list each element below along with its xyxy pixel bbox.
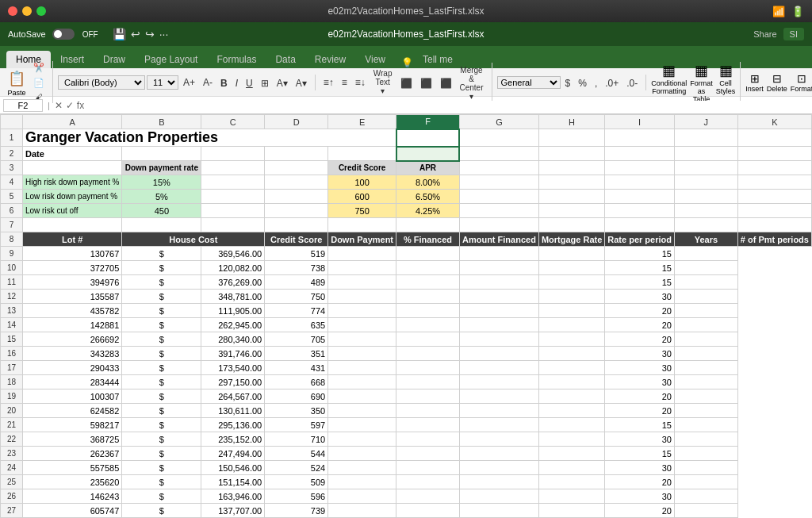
header-years[interactable]: Years xyxy=(674,232,737,247)
cancel-formula-icon[interactable]: ✕ xyxy=(55,100,63,111)
cell-K1[interactable] xyxy=(737,129,811,147)
header-credit-score[interactable]: Credit Score xyxy=(265,232,328,247)
cut-button[interactable]: ✂️ xyxy=(30,61,48,75)
cell-apr650[interactable]: 6.50% xyxy=(396,190,460,204)
more-icon[interactable]: ··· xyxy=(159,28,169,40)
cell-K7[interactable] xyxy=(737,218,811,232)
cell-credit-score-header[interactable]: Credit Score xyxy=(328,161,396,175)
col-header-H[interactable]: H xyxy=(538,115,604,129)
format-label[interactable]: Format xyxy=(791,85,812,93)
signin-button[interactable]: SI xyxy=(783,28,804,40)
insert-function-icon[interactable]: fx xyxy=(77,100,84,111)
close-button[interactable] xyxy=(8,6,17,16)
cell-H7[interactable] xyxy=(538,218,604,232)
merge-center-button[interactable]: Merge & Center ▾ xyxy=(457,64,487,102)
header-amount-financed[interactable]: Amount Financed xyxy=(459,232,538,247)
cell-I3[interactable] xyxy=(605,161,675,175)
italic-button[interactable]: I xyxy=(232,76,241,90)
decrease-decimal-button[interactable]: .0- xyxy=(623,76,641,90)
underline-button[interactable]: U xyxy=(243,76,256,90)
traffic-lights[interactable] xyxy=(8,6,46,16)
align-middle-button[interactable]: ≡ xyxy=(339,67,350,97)
header-house-cost[interactable]: House Cost xyxy=(122,232,265,247)
cell-D2[interactable] xyxy=(265,147,328,161)
save-icon[interactable]: 💾 xyxy=(113,28,126,40)
cell-low-risk-cutoff-label[interactable]: Low risk cut off xyxy=(22,204,121,218)
cell-C7[interactable] xyxy=(201,218,265,232)
col-header-A[interactable]: A xyxy=(22,115,121,129)
dollar-button[interactable]: $ xyxy=(562,76,574,90)
cell-K5[interactable] xyxy=(737,190,811,204)
cell-cs100[interactable]: 100 xyxy=(328,175,396,190)
cell-B7[interactable] xyxy=(122,218,201,232)
align-center-button[interactable]: ⬛ xyxy=(417,64,435,102)
cell-H5[interactable] xyxy=(538,190,604,204)
cell-J2[interactable] xyxy=(674,147,737,161)
col-header-J[interactable]: J xyxy=(674,115,737,129)
cell-low-risk-val[interactable]: 5% xyxy=(122,190,201,204)
cell-E2[interactable] xyxy=(328,147,396,161)
header-down-payment[interactable]: Down Payment xyxy=(328,232,396,247)
increase-font-button[interactable]: A+ xyxy=(180,75,198,90)
cell-I2[interactable] xyxy=(605,147,675,161)
paste-button[interactable]: 📋 xyxy=(5,68,29,89)
header-pct-financed[interactable]: % Financed xyxy=(396,232,460,247)
cell-C5[interactable] xyxy=(201,190,265,204)
cell-H3[interactable] xyxy=(538,161,604,175)
fullscreen-button[interactable] xyxy=(36,6,46,16)
cell-I7[interactable] xyxy=(605,218,675,232)
cell-F2-selected[interactable] xyxy=(396,147,460,161)
cell-E7[interactable] xyxy=(328,218,396,232)
header-lot[interactable]: Lot # xyxy=(22,232,121,247)
decrease-font-button[interactable]: A- xyxy=(200,75,216,90)
minimize-button[interactable] xyxy=(22,6,32,16)
format-table-label[interactable]: Format as Table xyxy=(690,79,713,103)
cell-D5[interactable] xyxy=(265,190,328,204)
cell-D3[interactable] xyxy=(265,161,328,175)
cell-G2[interactable] xyxy=(459,147,538,161)
align-top-button[interactable]: ≡↑ xyxy=(320,67,337,97)
font-family-select[interactable]: Calibri (Body) xyxy=(58,75,145,90)
cell-low-risk-label[interactable]: Low risk down payment % xyxy=(22,190,121,204)
align-left-button[interactable]: ⬛ xyxy=(397,64,416,102)
cell-apr-header[interactable]: APR xyxy=(396,161,460,175)
cell-H4[interactable] xyxy=(538,175,604,190)
cell-J6[interactable] xyxy=(674,204,737,218)
align-right-button[interactable]: ⬛ xyxy=(437,64,455,102)
font-color-button[interactable]: A▾ xyxy=(293,76,310,90)
cell-J7[interactable] xyxy=(674,218,737,232)
cell-H1[interactable] xyxy=(538,129,604,147)
cell-J4[interactable] xyxy=(674,175,737,190)
cell-G4[interactable] xyxy=(459,175,538,190)
tab-draw[interactable]: Draw xyxy=(94,51,135,68)
col-header-I[interactable]: I xyxy=(605,115,675,129)
percent-button[interactable]: % xyxy=(575,76,590,90)
cell-I5[interactable] xyxy=(605,190,675,204)
col-header-E[interactable]: E xyxy=(328,115,396,129)
col-header-G[interactable]: G xyxy=(459,115,538,129)
increase-decimal-button[interactable]: .0+ xyxy=(602,76,622,90)
cell-low-risk-cutoff-val[interactable]: 450 xyxy=(122,204,201,218)
cell-G5[interactable] xyxy=(459,190,538,204)
cell-K6[interactable] xyxy=(737,204,811,218)
cell-high-risk-label[interactable]: High risk down payment % xyxy=(22,175,121,190)
cell-G6[interactable] xyxy=(459,204,538,218)
header-rate-per-period[interactable]: Rate per period xyxy=(605,232,675,247)
cell-F7[interactable] xyxy=(396,218,460,232)
cell-C4[interactable] xyxy=(201,175,265,190)
header-mortgage-rate[interactable]: Mortgage Rate xyxy=(538,232,604,247)
cell-K3[interactable] xyxy=(737,161,811,175)
wrap-text-button[interactable]: Wrap Text ▾ xyxy=(370,67,396,97)
cell-G7[interactable] xyxy=(459,218,538,232)
cell-G1[interactable] xyxy=(459,129,538,147)
cell-styles-label[interactable]: Cell Styles xyxy=(716,79,736,95)
cell-F1[interactable] xyxy=(396,129,460,147)
tab-formulas[interactable]: Formulas xyxy=(207,51,266,68)
font-size-select[interactable]: 11 xyxy=(147,75,178,90)
cell-I6[interactable] xyxy=(605,204,675,218)
formula-input[interactable] xyxy=(87,101,809,110)
cell-J1[interactable] xyxy=(674,129,737,147)
cell-G3[interactable] xyxy=(459,161,538,175)
cell-K2[interactable] xyxy=(737,147,811,161)
col-header-D[interactable]: D xyxy=(265,115,328,129)
